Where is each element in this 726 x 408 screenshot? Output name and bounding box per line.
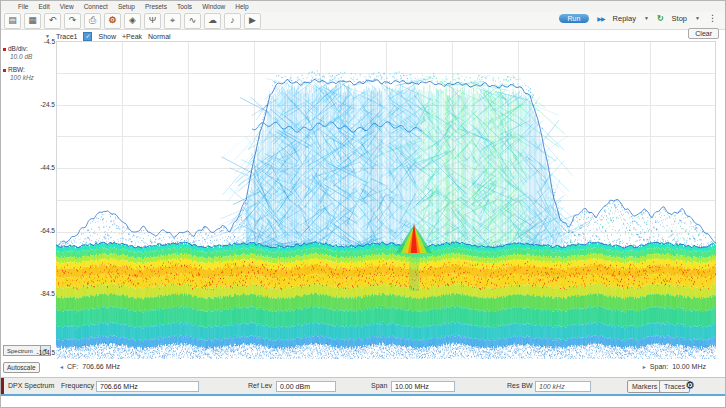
span-field[interactable]: 10.00 MHz — [391, 381, 455, 392]
cf-adjust-icon[interactable]: ◂ — [60, 363, 63, 370]
span-axis-value[interactable]: 10.00 MHz — [672, 363, 706, 370]
menu-help[interactable]: Help — [235, 3, 248, 10]
rbw-value[interactable]: 100 kHz — [10, 74, 34, 81]
rbw-marker — [3, 69, 6, 72]
stop-icon: ↻ — [657, 14, 664, 23]
db-div-value[interactable]: 10.0 dB — [10, 53, 32, 60]
save-icon[interactable]: ▦ — [24, 13, 41, 29]
detection-select[interactable]: +Peak — [122, 33, 142, 40]
stop-button[interactable]: Stop — [672, 14, 687, 23]
status-accent — [1, 378, 4, 394]
menu-view[interactable]: View — [60, 3, 74, 10]
clear-button[interactable]: Clear — [688, 28, 719, 39]
marker-peak-icon[interactable]: ⌖ — [164, 13, 181, 29]
menu-setup[interactable]: Setup — [118, 3, 135, 10]
audio-demod-icon[interactable]: ♪ — [224, 13, 241, 29]
y-axis-label-2: -44.5 — [29, 164, 55, 171]
stop-dropdown-icon[interactable]: ▼ — [695, 15, 700, 21]
antenna-icon[interactable]: Ψ — [144, 13, 161, 29]
bottom-accent-line — [1, 394, 725, 396]
settings-gear-icon[interactable]: ⚙ — [104, 13, 121, 29]
span-axis-label: Span: — [650, 363, 668, 370]
trigger-icon[interactable]: ◈ — [124, 13, 141, 29]
db-div-marker — [3, 48, 6, 51]
y-axis-label-3: -64.5 — [29, 227, 55, 234]
trace-selector[interactable]: Trace1 — [56, 33, 78, 40]
y-axis-label-0: -4.5 — [29, 38, 55, 45]
mode-label: DPX Spectrum — [8, 382, 54, 389]
run-button[interactable]: Run — [559, 14, 590, 23]
cf-label: CF: — [67, 363, 78, 370]
overflow-menu-icon[interactable]: ⋮ — [708, 13, 717, 23]
y-axis-label-4: -84.5 — [29, 290, 55, 297]
autoscale-button[interactable]: Autoscale — [3, 362, 40, 373]
y-axis-label-1: -24.5 — [29, 101, 55, 108]
res-bw-field[interactable]: 100 kHz — [535, 381, 591, 392]
open-file-icon[interactable]: ▤ — [4, 13, 21, 29]
spectrum-analyzer-window: File Edit View Connect Setup Presets Too… — [0, 0, 726, 408]
ref-lev-field[interactable]: 0.00 dBm — [276, 381, 336, 392]
status-bar: DPX Spectrum Frequency 706.66 MHz Ref Le… — [1, 377, 725, 395]
print-icon[interactable]: ⎙ — [84, 13, 101, 29]
replay-button[interactable]: Replay — [613, 14, 636, 23]
menu-presets[interactable]: Presets — [145, 3, 167, 10]
span-adjust-icon[interactable]: ▸ — [643, 363, 646, 370]
span-label: Span — [371, 382, 387, 389]
show-checkbox[interactable]: ✓ — [83, 32, 92, 41]
y-axis-label-5: -104.5 — [29, 349, 55, 356]
ref-lev-label: Ref Lev — [248, 382, 272, 389]
menu-window[interactable]: Window — [202, 3, 225, 10]
frequency-field[interactable]: 706.66 MHz — [96, 381, 199, 392]
run-controls: Run ▶▶ Replay ▼ ↻ Stop ▼ ⋮ — [559, 13, 717, 23]
acquire-cloud-icon[interactable]: ☁ — [204, 13, 221, 29]
replay-icon: ▶▶ — [597, 15, 604, 22]
markers-button[interactable]: Markers — [627, 380, 662, 393]
function-select[interactable]: Normal — [148, 33, 171, 40]
menu-bar: File Edit View Connect Setup Presets Too… — [1, 1, 725, 12]
redo-icon[interactable]: ↷ — [64, 13, 81, 29]
rbw-label: RBW: — [8, 66, 25, 73]
frequency-label: Frequency — [61, 382, 94, 389]
show-label: Show — [98, 33, 116, 40]
undo-icon[interactable]: ↶ — [44, 13, 61, 29]
replay-dropdown-icon[interactable]: ▼ — [644, 15, 649, 21]
playback-icon[interactable]: ▶ — [244, 13, 261, 29]
cf-value[interactable]: 706.66 MHz — [82, 363, 120, 370]
db-div-label: dB/div: — [8, 45, 28, 52]
menu-tools[interactable]: Tools — [177, 3, 192, 10]
dpx-display[interactable] — [56, 41, 716, 359]
menu-edit[interactable]: Edit — [38, 3, 49, 10]
freq-axis-bar: ◂ CF: 706.66 MHz ▸ Span: 10.00 MHz — [56, 361, 716, 374]
menu-file[interactable]: File — [18, 3, 28, 10]
waveform-icon[interactable]: ∿ — [184, 13, 201, 29]
res-bw-label: Res BW — [507, 382, 533, 389]
settings-gear-icon-bottom[interactable]: ⚙ — [685, 379, 695, 392]
menu-connect[interactable]: Connect — [84, 3, 108, 10]
